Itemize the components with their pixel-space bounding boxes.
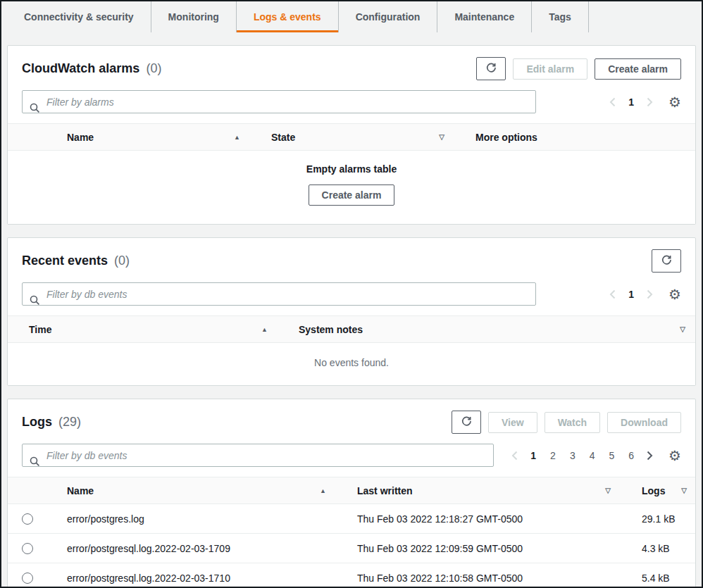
page-number-5[interactable]: 5 [607,450,616,461]
events-count: (0) [114,254,130,268]
events-panel-title: Recent events (0) [22,254,130,268]
previous-page-icon[interactable] [609,289,616,299]
watch-log-button[interactable]: Watch [545,412,600,433]
page-number-3[interactable]: 3 [568,450,577,461]
alarms-panel-header: CloudWatch alarms (0) Edit alarm Create … [8,46,695,87]
log-name-cell: error/postgres.log [47,513,337,525]
column-label: Last written [357,485,413,496]
alarms-panel-title: CloudWatch alarms (0) [22,61,161,76]
logs-size-column-header[interactable]: Logs ▽ [622,485,695,496]
page-number-6[interactable]: 6 [627,450,635,461]
alarms-more-options-column-header: More options [456,132,695,143]
view-log-button[interactable]: View [488,412,537,433]
events-refresh-button[interactable] [652,249,681,273]
events-filter-input[interactable] [22,282,536,306]
tab-tags[interactable]: Tags [532,1,589,32]
log-size-cell: 4.3 kB [622,543,695,554]
previous-page-icon[interactable] [511,451,518,461]
column-label: State [271,132,295,143]
filter-dropdown-icon: ▽ [439,133,444,141]
edit-alarm-button[interactable]: Edit alarm [513,58,587,80]
events-pagination: 1 [609,289,653,300]
log-size-cell: 5.4 kB [622,573,695,584]
alarms-name-column-header[interactable]: Name ▲ [47,132,251,143]
column-label: Name [67,132,94,143]
refresh-icon [485,62,497,75]
logs-actions: View Watch Download [452,411,681,434]
alarms-search-box [22,90,536,113]
tab-connectivity-security[interactable]: Connectivity & security [7,1,151,32]
log-size-cell: 29.1 kB [622,513,695,525]
page-number[interactable]: 1 [627,96,635,108]
alarms-empty-title: Empty alarms table [8,163,695,175]
tab-configuration[interactable]: Configuration [339,1,438,32]
alarms-filter-row: 1 ⚙ [8,87,695,123]
sort-ascending-icon: ▲ [320,487,326,494]
page-number-2[interactable]: 2 [549,450,557,461]
settings-gear-icon[interactable]: ⚙ [668,287,681,301]
logs-table-header: Name ▲ Last written ▽ Logs ▽ [8,477,695,504]
page-number-4[interactable]: 4 [588,450,597,461]
empty-create-alarm-button[interactable]: Create alarm [309,184,395,206]
alarms-count: (0) [146,61,161,75]
previous-page-icon[interactable] [609,97,616,107]
logs-count: (29) [58,415,81,429]
alarms-refresh-button[interactable] [476,57,506,80]
tab-monitoring[interactable]: Monitoring [151,1,237,32]
recent-events-panel: Recent events (0) [7,237,696,386]
log-last-written-cell: Thu Feb 03 2022 12:09:59 GMT-0500 [337,543,622,554]
filter-dropdown-icon: ▽ [681,487,687,494]
row-radio-button[interactable] [22,543,33,554]
logs-filter-row: 1 2 3 4 5 6 ⚙ [8,441,695,477]
events-panel-header: Recent events (0) [8,238,695,280]
cloudwatch-alarms-panel: CloudWatch alarms (0) Edit alarm Create … [7,45,696,225]
logs-filter-input[interactable] [22,444,494,467]
events-time-column-header[interactable]: Time ▲ [8,324,278,335]
events-system-notes-column-header[interactable]: System notes ▽ [278,324,695,335]
tab-logs-events[interactable]: Logs & events [237,1,339,32]
logs-pagination: 1 2 3 4 5 6 [511,450,653,461]
download-log-button[interactable]: Download [607,412,681,433]
log-name-cell: error/postgresql.log.2022-02-03-1710 [47,573,337,584]
log-table-row[interactable]: error/postgresql.log.2022-02-03-1710 Thu… [8,563,695,588]
alarms-state-column-header[interactable]: State ▽ [251,132,456,143]
next-page-icon[interactable] [647,451,653,461]
page-number-1[interactable]: 1 [529,450,537,461]
events-search-box [22,282,536,306]
events-empty-state: No events found. [8,343,695,385]
sort-ascending-icon: ▲ [234,134,240,141]
alarms-filter-input[interactable] [22,90,536,113]
settings-gear-icon[interactable]: ⚙ [668,95,681,109]
settings-gear-icon[interactable]: ⚙ [668,449,681,463]
alarms-empty-state: Empty alarms table Create alarm [8,151,695,224]
tab-maintenance[interactable]: Maintenance [437,1,532,32]
logs-name-column-header[interactable]: Name ▲ [47,485,337,496]
logs-panel-header: Logs (29) View Watch Download [8,399,695,441]
column-label: Logs [642,485,665,496]
logs-panel-title: Logs (29) [22,415,81,430]
column-label: Name [67,485,94,496]
filter-dropdown-icon: ▽ [605,487,611,494]
log-table-row[interactable]: error/postgresql.log.2022-02-03-1709 Thu… [8,534,695,563]
next-page-icon[interactable] [647,97,653,107]
filter-dropdown-icon: ▽ [680,325,685,333]
row-radio-button[interactable] [22,513,33,525]
tab-bar: Connectivity & security Monitoring Logs … [1,1,702,32]
events-title-text: Recent events [22,254,108,268]
log-last-written-cell: Thu Feb 03 2022 12:18:27 GMT-0500 [337,513,622,525]
alarms-actions: Edit alarm Create alarm [476,57,681,80]
logs-last-written-column-header[interactable]: Last written ▽ [337,485,622,496]
log-last-written-cell: Thu Feb 03 2022 12:10:58 GMT-0500 [337,573,622,584]
events-table-header: Time ▲ System notes ▽ [8,315,695,343]
alarms-title-text: CloudWatch alarms [22,61,139,75]
log-table-row[interactable]: error/postgres.log Thu Feb 03 2022 12:18… [8,504,695,534]
create-alarm-button[interactable]: Create alarm [595,58,681,80]
column-label: More options [475,132,537,143]
page-number[interactable]: 1 [627,289,635,300]
refresh-icon [461,415,472,429]
events-actions [652,249,681,273]
row-radio-button[interactable] [22,573,33,584]
logs-refresh-button[interactable] [452,411,481,434]
column-label: System notes [299,324,363,335]
next-page-icon[interactable] [647,289,653,299]
